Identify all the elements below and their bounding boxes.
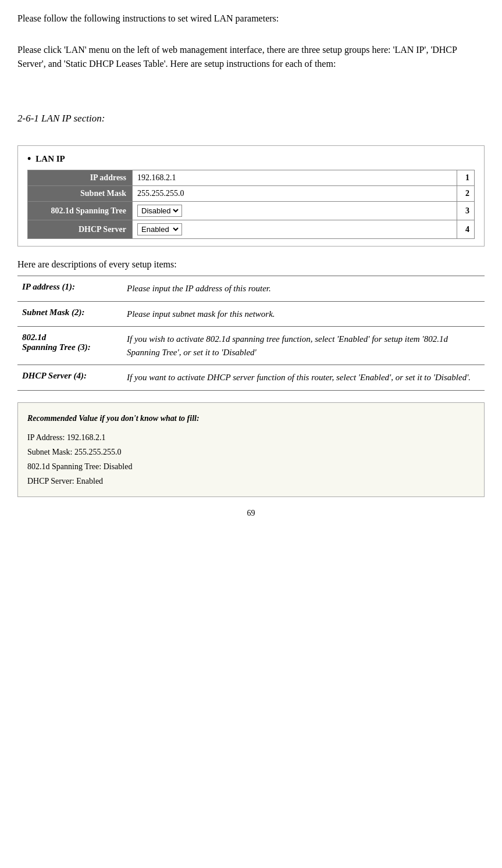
desc-term-1: Subnet Mask (2):: [17, 301, 122, 327]
recommended-items: IP Address: 192.168.2.1Subnet Mask: 255.…: [27, 430, 475, 489]
lan-row-number-3: 4: [457, 220, 475, 239]
lan-ip-panel: • LAN IP IP address192.168.2.11Subnet Ma…: [17, 145, 485, 247]
recommended-item-3: DHCP Server: Enabled: [27, 474, 475, 488]
bullet-icon: •: [27, 153, 31, 165]
lan-select-3[interactable]: DisabledEnabled: [139, 224, 180, 234]
lan-row-number-1: 2: [457, 186, 475, 202]
desc-definition-3: If you want to activate DHCP server func…: [122, 365, 485, 391]
recommended-box: Recommended Value if you don't know what…: [17, 402, 485, 498]
lan-row-value-1: 255.255.255.0: [133, 186, 457, 202]
spacer1: [17, 78, 485, 113]
desc-term-3: DHCP Server (4):: [17, 365, 122, 391]
recommended-item-2: 802.1d Spanning Tree: Disabled: [27, 459, 475, 474]
section-heading: 2-6-1 LAN IP section:: [17, 113, 485, 124]
lan-panel-title: • LAN IP: [27, 153, 475, 165]
lan-select-2[interactable]: DisabledEnabled: [139, 206, 180, 216]
lan-row-number-2: 3: [457, 202, 475, 220]
page-number: 69: [17, 509, 485, 518]
intro-para2: Please click 'LAN' menu on the left of w…: [17, 43, 485, 71]
desc-term-0: IP address (1):: [17, 276, 122, 302]
recommended-item-0: IP Address: 192.168.2.1: [27, 430, 475, 445]
lan-row-value-0: 192.168.2.1: [133, 170, 457, 186]
lan-row-label-1: Subnet Mask: [28, 186, 133, 202]
lan-ip-table: IP address192.168.2.11Subnet Mask255.255…: [27, 170, 475, 239]
descriptions-heading: Here are descriptions of every setup ite…: [17, 259, 485, 270]
intro-para1: Please follow the following instructions…: [17, 12, 485, 26]
lan-title-text: LAN IP: [35, 154, 65, 164]
desc-term-2: 802.1d Spanning Tree (3):: [17, 327, 122, 365]
recommended-item-1: Subnet Mask: 255.255.255.0: [27, 445, 475, 459]
lan-row-number-0: 1: [457, 170, 475, 186]
desc-definition-1: Please input subnet mask for this networ…: [122, 301, 485, 327]
descriptions-table: IP address (1):Please input the IP addre…: [17, 276, 485, 391]
lan-row-value-2[interactable]: DisabledEnabled: [133, 202, 457, 220]
lan-row-label-3: DHCP Server: [28, 220, 133, 239]
desc-definition-0: Please input the IP address of this rout…: [122, 276, 485, 302]
lan-row-label-0: IP address: [28, 170, 133, 186]
lan-row-value-3[interactable]: DisabledEnabled: [133, 220, 457, 239]
lan-row-label-2: 802.1d Spanning Tree: [28, 202, 133, 220]
recommended-title: Recommended Value if you don't know what…: [27, 411, 475, 426]
desc-definition-2: If you wish to activate 802.1d spanning …: [122, 327, 485, 365]
